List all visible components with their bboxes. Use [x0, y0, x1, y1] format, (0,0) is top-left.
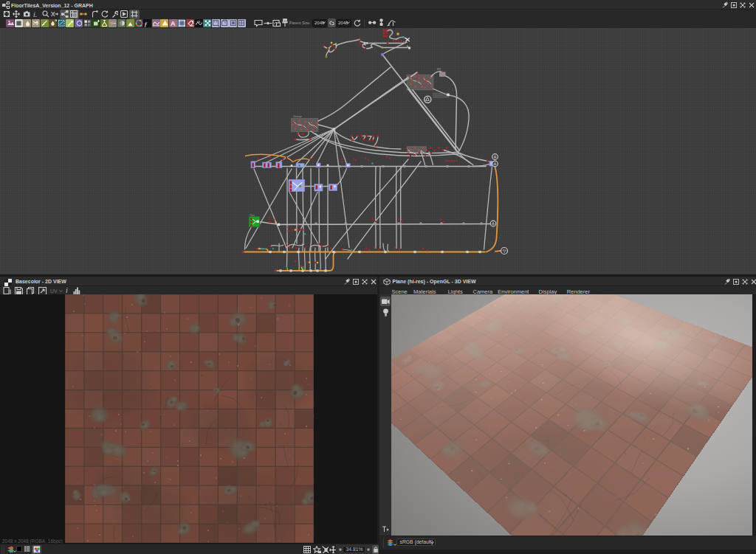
svg-text:i.: i. — [33, 10, 37, 18]
svg-text:Tiles: Tiles — [250, 214, 255, 217]
svg-text:A: A — [171, 20, 176, 27]
svg-text:ƒ: ƒ — [144, 21, 148, 27]
svg-text:%: % — [318, 550, 321, 554]
svg-text:BW: BW — [437, 68, 441, 71]
svg-text:01: 01 — [197, 20, 201, 24]
svg-text:Damage: Damage — [293, 115, 302, 118]
